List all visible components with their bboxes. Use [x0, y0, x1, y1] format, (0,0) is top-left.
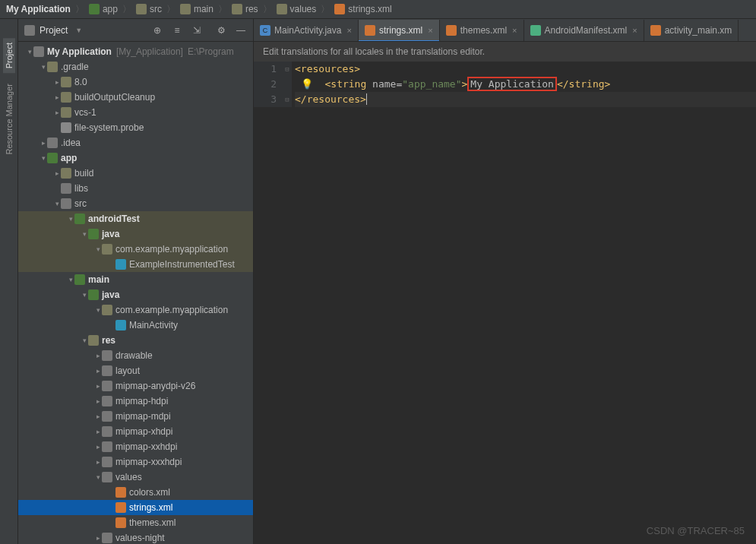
tree-item[interactable]: ▸build [18, 166, 253, 181]
tree-item[interactable]: ▾main [18, 272, 253, 287]
side-tab-resource-manager[interactable]: Resource Manager [3, 79, 15, 160]
manifest-file-icon [530, 25, 541, 36]
tab-manifest[interactable]: AndroidManifest.xml× [524, 20, 644, 41]
tool-window-stripe: Project Resource Manager [0, 19, 18, 544]
breadcrumb-item[interactable]: values [277, 4, 317, 14]
tree-item[interactable]: ▸layout [18, 363, 253, 378]
gear-icon[interactable]: ⚙ [215, 24, 227, 36]
folder-icon [61, 168, 71, 179]
tree-item[interactable]: ▸mipmap-mdpi [18, 409, 253, 424]
xml-file-icon [446, 25, 457, 36]
tree-item[interactable]: ▾java [18, 287, 253, 302]
tree-item[interactable]: themes.xml [18, 515, 253, 530]
close-icon[interactable]: × [632, 26, 637, 35]
close-icon[interactable]: × [346, 26, 351, 35]
folder-icon [61, 183, 71, 194]
tree-item[interactable]: ▸mipmap-xxhdpi [18, 439, 253, 454]
folder-icon [102, 472, 112, 482]
collapse-all-icon[interactable]: ⇲ [191, 24, 203, 36]
chevron-right-icon: 〉 [263, 3, 272, 16]
watermark: CSDN @TRACER~85 [647, 525, 745, 536]
breadcrumb-file[interactable]: strings.xml [334, 4, 391, 14]
line-number-gutter: 123 [254, 62, 283, 107]
bulb-icon[interactable]: 💡 [301, 78, 313, 90]
tree-item[interactable]: ▾com.example.myapplication [18, 242, 253, 257]
tree-item[interactable]: ▸mipmap-hdpi [18, 394, 253, 409]
tree-item[interactable]: ▸mipmap-anydpi-v26 [18, 378, 253, 394]
side-tab-project[interactable]: Project [3, 38, 15, 73]
folder-icon [102, 441, 112, 452]
tree-item[interactable]: ▾res [18, 333, 253, 348]
tree-item[interactable]: ▸8.0 [18, 74, 253, 90]
tree-root[interactable]: ▾My Application[My_Application]E:\Progra… [18, 44, 253, 59]
breadcrumb-item[interactable]: app [89, 4, 118, 14]
package-icon [102, 244, 112, 255]
tab-themes[interactable]: themes.xml× [440, 20, 524, 41]
tree-item[interactable]: ▸vcs-1 [18, 105, 253, 120]
tree-item[interactable]: ▾java [18, 226, 253, 242]
java-folder-icon [88, 289, 99, 300]
folder-icon [61, 92, 71, 103]
folder-icon [180, 4, 191, 14]
folder-icon [61, 77, 71, 87]
xml-file-icon [365, 25, 375, 36]
close-icon[interactable]: × [428, 26, 432, 35]
tree-item[interactable]: ▸mipmap-xhdpi [18, 424, 253, 439]
code-editor[interactable]: 123 ⊟⊟ <resources> 💡 <string name="app_n… [254, 62, 756, 107]
folder-icon [102, 381, 112, 391]
folder-icon [102, 457, 112, 467]
editor-hint-banner[interactable]: Edit translations for all locales in the… [254, 42, 756, 62]
tree-item[interactable]: ▾values [18, 470, 253, 485]
xml-file-icon [115, 487, 126, 498]
chevron-right-icon: 〉 [321, 3, 330, 16]
tree-item-selected[interactable]: strings.xml [18, 500, 253, 515]
folder-icon [47, 62, 58, 72]
breadcrumb: My Application 〉 app 〉 src 〉 main 〉 res … [0, 0, 756, 19]
tree-item[interactable]: libs [18, 181, 253, 196]
tree-item[interactable]: MainActivity [18, 318, 253, 333]
tab-activity-main[interactable]: activity_main.xm [644, 20, 739, 41]
folder-icon [102, 396, 112, 406]
select-opened-file-icon[interactable]: ⊕ [151, 24, 163, 36]
string-value-highlight: My Application [467, 77, 557, 91]
folder-icon [102, 411, 112, 422]
tree-item[interactable]: ExampleInstrumentedTest [18, 257, 253, 272]
java-folder-icon [88, 229, 99, 239]
chevron-right-icon: 〉 [218, 3, 227, 16]
chevron-right-icon: 〉 [75, 3, 84, 16]
breadcrumb-item[interactable]: main [180, 4, 214, 14]
xml-file-icon [115, 517, 126, 528]
tree-item[interactable]: ▾com.example.myapplication [18, 302, 253, 318]
tree-item[interactable]: ▸drawable [18, 348, 253, 363]
tree-item[interactable]: ▾.gradle [18, 59, 253, 74]
editor-area: CMainActivity.java× strings.xml× themes.… [254, 19, 756, 544]
tree-item[interactable]: ▾app [18, 150, 253, 166]
close-icon[interactable]: × [512, 26, 517, 35]
breadcrumb-item[interactable]: src [136, 4, 162, 14]
breadcrumb-root[interactable]: My Application [6, 4, 71, 14]
expand-all-icon[interactable]: ≡ [171, 24, 183, 36]
tree-item[interactable]: ▸.idea [18, 135, 253, 150]
pane-title[interactable]: Project [40, 25, 68, 36]
code-content[interactable]: <resources> 💡 <string name="app_name">My… [292, 62, 756, 107]
folder-icon [136, 4, 147, 14]
chevron-down-icon[interactable]: ▼ [75, 27, 82, 34]
fold-gutter[interactable]: ⊟⊟ [283, 62, 292, 107]
test-folder-icon [74, 213, 85, 224]
tree-item[interactable]: ▸mipmap-xxxhdpi [18, 454, 253, 470]
chevron-right-icon: 〉 [122, 3, 131, 16]
breadcrumb-item[interactable]: res [232, 4, 258, 14]
folder-icon [47, 138, 58, 148]
tree-item[interactable]: ▸values-night [18, 530, 253, 544]
tree-item[interactable]: file-system.probe [18, 120, 253, 135]
tree-item[interactable]: ▾androidTest [18, 211, 253, 226]
tab-strings[interactable]: strings.xml× [359, 20, 440, 41]
hide-icon[interactable]: — [235, 24, 247, 36]
tab-mainactivity[interactable]: CMainActivity.java× [254, 20, 359, 41]
tree-item[interactable]: ▸buildOutputCleanup [18, 90, 253, 105]
tree-item[interactable]: ▾src [18, 196, 253, 211]
tree-item[interactable]: colors.xml [18, 485, 253, 500]
file-icon [61, 122, 71, 133]
folder-icon [61, 107, 71, 118]
project-tree[interactable]: ▾My Application[My_Application]E:\Progra… [18, 42, 253, 544]
